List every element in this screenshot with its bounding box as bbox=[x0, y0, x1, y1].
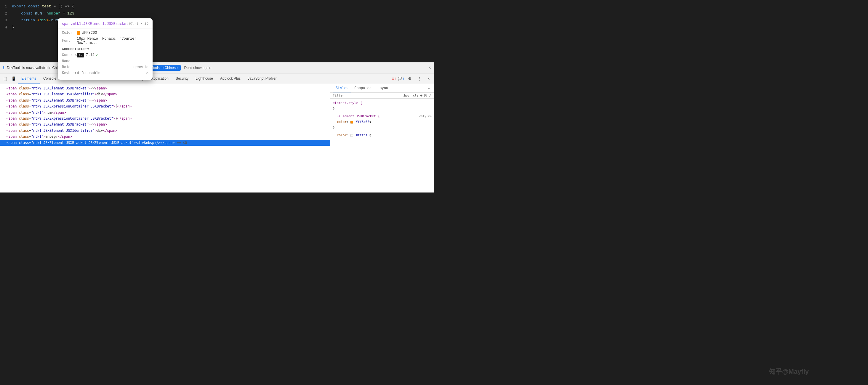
tooltip-role-label: Role bbox=[62, 65, 77, 69]
dismiss-button[interactable]: Don't show again bbox=[184, 66, 212, 70]
tooltip-font-row: Font 16px Menlo, Monaco, "Courier New", … bbox=[62, 37, 148, 45]
warning-icon: 💬 bbox=[398, 77, 402, 81]
keyboard-focusable-icon: ⊘ bbox=[146, 71, 148, 75]
html-line-5[interactable]: <span class="mtk1">num</span> bbox=[0, 109, 330, 116]
check-icon: ✓ bbox=[96, 53, 98, 58]
styles-filter-bar: :hov .cls + ⎘ ⤢ bbox=[330, 93, 434, 99]
html-line-6[interactable]: <span class="mtk9 JSXExpressionContainer… bbox=[0, 116, 330, 121]
tooltip-contrast-label: Contrast bbox=[62, 53, 77, 57]
code-content-2: const num: number = 123 bbox=[12, 11, 434, 17]
expand-style-icon[interactable]: ⤢ bbox=[428, 93, 432, 98]
code-line-2: 2 const num: number = 123 bbox=[0, 10, 434, 17]
tooltip-accessibility-section: ACCESSIBILITY Contrast Aa 7.14 ✓ Name Ro… bbox=[62, 47, 148, 75]
style-selector-element: element.style { bbox=[333, 100, 432, 106]
code-line-1: 1 export const test = () => { bbox=[0, 3, 434, 10]
close-devtools-button[interactable]: × bbox=[425, 75, 433, 83]
tooltip-role-row: Role generic bbox=[62, 65, 148, 69]
tab-console[interactable]: Console bbox=[40, 73, 60, 84]
contrast-badge: Aa bbox=[77, 53, 84, 58]
error-icon: ⊗ bbox=[392, 77, 394, 81]
device-toolbar-button[interactable]: 📱 bbox=[9, 75, 18, 83]
element-tooltip: 67.43 × 19 span.mtk1.JSXElement.JSXBrack… bbox=[58, 19, 153, 80]
elements-panel: <span class="mtk9 JSXElement JSXBracket"… bbox=[0, 84, 330, 193]
tab-lighthouse[interactable]: Lighthouse bbox=[192, 73, 217, 84]
styles-tab-layout[interactable]: Layout bbox=[374, 84, 393, 92]
html-line-9[interactable]: <span class="mtk1">&nbsp;</span> bbox=[0, 134, 330, 139]
tab-elements[interactable]: Elements bbox=[18, 73, 40, 84]
style-selector-jsx: .JSXElement.JSXBracket { <style> bbox=[333, 114, 432, 119]
style-rule-element: element.style { } bbox=[333, 100, 432, 111]
style-close-jsx: } bbox=[333, 125, 432, 131]
html-line-2[interactable]: <span class="mtk1 JSXElement JSXIdentifi… bbox=[0, 91, 330, 97]
color-swatch bbox=[77, 31, 80, 35]
line-number-3: 3 bbox=[0, 18, 12, 23]
close-notification-button[interactable]: × bbox=[428, 65, 431, 70]
tooltip-role-value: generic bbox=[134, 65, 148, 69]
info-icon: ℹ bbox=[3, 65, 4, 70]
tooltip-name-label: Name bbox=[62, 59, 77, 63]
tab-security[interactable]: Security bbox=[172, 73, 192, 84]
styles-filter-input[interactable] bbox=[333, 94, 401, 97]
code-editor: 1 export const test = () => { 2 const nu… bbox=[0, 0, 434, 62]
settings-button[interactable]: ⚙ bbox=[406, 75, 414, 83]
more-options-button[interactable]: ⋮ bbox=[415, 75, 423, 83]
accessibility-title: ACCESSIBILITY bbox=[62, 47, 148, 51]
tooltip-dimensions: 67.43 × 19 bbox=[129, 22, 148, 26]
tooltip-keyboard-label: Keyboard-focusable bbox=[62, 71, 100, 75]
style-rule-strikethrough: color: #fffef8; bbox=[333, 133, 432, 138]
styles-tab-computed[interactable]: Computed bbox=[351, 84, 374, 92]
style-color-prop: color: #ff8c00; bbox=[333, 119, 432, 125]
inspect-element-button[interactable]: ⬚ bbox=[1, 75, 9, 83]
html-line-4[interactable]: <span class="mtk9 JSXExpressionContainer… bbox=[0, 103, 330, 109]
error-count: ⊗ 1 bbox=[392, 77, 397, 81]
line-number-2: 2 bbox=[0, 11, 12, 17]
error-badge: 1 bbox=[395, 77, 397, 81]
tooltip-font-label: Font bbox=[62, 39, 77, 43]
styles-body: element.style { } .JSXElement.JSXBracket… bbox=[330, 99, 434, 193]
devtools-body: <span class="mtk9 JSXElement JSXBracket"… bbox=[0, 84, 434, 193]
html-line-1[interactable]: <span class="mtk9 JSXElement JSXBracket"… bbox=[0, 85, 330, 91]
class-filter[interactable]: .cls bbox=[411, 94, 418, 97]
style-rule-jsx: .JSXElement.JSXBracket { <style> color: … bbox=[333, 114, 432, 130]
tab-js-profiler[interactable]: JavaScript Profiler bbox=[244, 73, 280, 84]
html-line-7[interactable]: <span class="mtk9 JSXElement JSXBracket"… bbox=[0, 121, 330, 127]
html-line-8[interactable]: <span class="mtk1 JSXElement JSXIdentifi… bbox=[0, 128, 330, 134]
color-dot-orange bbox=[350, 121, 353, 124]
tooltip-color-value: #FF8C00 bbox=[82, 31, 97, 35]
styles-panel: Styles Computed Layout » :hov .cls + ⎘ ⤢… bbox=[330, 84, 434, 193]
tooltip-header: 67.43 × 19 span.mtk1.JSXElement.JSXBrack… bbox=[58, 19, 153, 28]
notification-text: DevTools is now available in Chinese! bbox=[7, 66, 66, 70]
style-close-element: } bbox=[333, 106, 432, 111]
add-style-icon[interactable]: + bbox=[420, 93, 423, 98]
tooltip-keyboard-row: Keyboard-focusable ⊘ bbox=[62, 71, 148, 75]
warning-badge: 1 bbox=[403, 77, 404, 81]
tooltip-name-row: Name bbox=[62, 59, 148, 63]
code-content-1: export const test = () => { bbox=[12, 4, 434, 9]
styles-tab-bar: Styles Computed Layout » bbox=[330, 84, 434, 93]
color-dot-white bbox=[350, 134, 353, 137]
html-line-10[interactable]: <span class="mtk1 JSXElement JSXBracket … bbox=[0, 140, 330, 146]
tooltip-color-row: Color #FF8C00 bbox=[62, 31, 148, 35]
style-color-strikethrough: color: #fffef8; bbox=[333, 133, 432, 138]
copy-style-icon[interactable]: ⎘ bbox=[424, 93, 427, 98]
styles-tab-more[interactable]: » bbox=[426, 84, 432, 92]
pseudo-filter[interactable]: :hov bbox=[402, 94, 409, 97]
tooltip-body: Color #FF8C00 Font 16px Menlo, Monaco, "… bbox=[58, 28, 153, 80]
line-number-4: 4 bbox=[0, 25, 12, 31]
styles-tab-styles[interactable]: Styles bbox=[333, 84, 351, 92]
contrast-value: 7.14 bbox=[86, 53, 94, 57]
tooltip-font-value: 16px Menlo, Monaco, "Courier New", m... bbox=[77, 37, 148, 45]
line-number-1: 1 bbox=[0, 4, 12, 9]
tab-adblock[interactable]: Adblock Plus bbox=[217, 73, 244, 84]
warning-count: 💬 1 bbox=[398, 77, 404, 81]
html-line-3[interactable]: <span class="mtk9 JSXElement JSXBracket"… bbox=[0, 97, 330, 103]
tooltip-contrast-row: Contrast Aa 7.14 ✓ bbox=[62, 53, 148, 58]
devtools-tabs-right: ⊗ 1 💬 1 ⚙ ⋮ × bbox=[392, 75, 433, 83]
tooltip-color-label: Color bbox=[62, 31, 77, 35]
